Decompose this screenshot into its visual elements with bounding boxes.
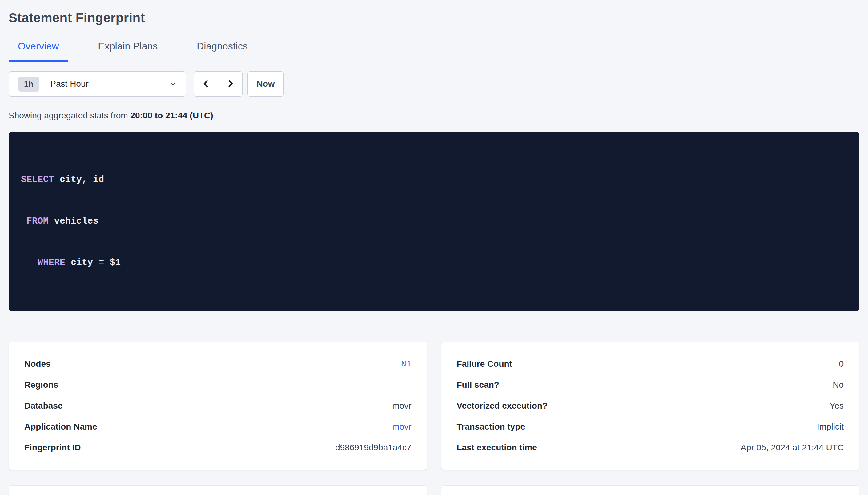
table-row: Database movr (24, 395, 411, 416)
application-name-link[interactable]: movr (392, 422, 411, 432)
time-range-badge: 1h (18, 76, 39, 91)
table-row: Full scan? No (457, 374, 844, 395)
row-label-failure-count: Failure Count (457, 359, 512, 369)
sql-keyword: FROM (27, 216, 49, 226)
sql-keyword: WHERE (37, 257, 65, 268)
failure-count-value: 0 (839, 359, 844, 369)
sql-indent (21, 216, 27, 226)
sql-keyword: SELECT (21, 174, 54, 185)
stats-cards-row: Statement Time 454.1 µs Execution: 373.4… (9, 485, 859, 495)
table-row: Transaction type Implicit (457, 416, 844, 437)
full-scan-value: No (833, 380, 844, 390)
nodes-link[interactable]: N1 (401, 359, 411, 369)
table-row: Failure Count 0 (457, 354, 844, 374)
tab-explain-plans-label: Explain Plans (98, 40, 158, 52)
page-title: Statement Fingerprint (9, 11, 859, 25)
tab-diagnostics[interactable]: Diagnostics (187, 40, 257, 61)
fingerprint-id-value: d986919d9ba1a4c7 (335, 443, 411, 453)
time-nav-button-group (194, 71, 243, 97)
row-label-fingerprint-id: Fingerprint ID (24, 443, 81, 453)
table-row: Nodes N1 (24, 354, 411, 374)
row-label-last-execution-time: Last execution time (457, 443, 537, 453)
now-button[interactable]: Now (247, 71, 284, 97)
transaction-type-value: Implicit (817, 422, 844, 432)
time-range-label: Past Hour (50, 79, 89, 89)
execution-attributes-card: Failure Count 0 Full scan? No Vectorized… (441, 342, 860, 470)
table-row: Application Name movr (24, 416, 411, 437)
row-label-regions: Regions (24, 380, 58, 390)
database-value: movr (392, 401, 411, 411)
row-label-application-name: Application Name (24, 422, 97, 432)
row-label-database: Database (24, 401, 63, 411)
statement-fingerprint-page: Statement Fingerprint Overview Explain P… (0, 11, 868, 495)
vectorized-execution-value: Yes (830, 401, 844, 411)
sql-text: city, id (54, 174, 104, 185)
caption-prefix: Showing aggregated stats from (9, 111, 130, 120)
wait-time-stats-card: Contention Time 24.7 µs SQL CPU Time 16.… (441, 485, 860, 495)
table-row: Vectorized execution? Yes (457, 395, 844, 416)
previous-interval-button[interactable] (194, 72, 218, 96)
row-label-transaction-type: Transaction type (457, 422, 525, 432)
next-interval-button[interactable] (218, 72, 242, 96)
table-row: Last execution time Apr 05, 2024 at 21:4… (457, 437, 844, 458)
details-cards-row: Nodes N1 Regions Database movr Applicati… (9, 342, 859, 470)
chevron-left-icon (201, 79, 211, 90)
aggregated-stats-caption: Showing aggregated stats from 20:00 to 2… (9, 111, 859, 121)
tab-diagnostics-label: Diagnostics (197, 40, 247, 52)
table-row: Regions (24, 374, 411, 395)
caption-time-range: 20:00 to 21:44 (UTC) (130, 111, 213, 120)
tab-explain-plans[interactable]: Explain Plans (89, 40, 167, 61)
time-range-dropdown[interactable]: 1h Past Hour (9, 71, 186, 97)
sql-line: FROM vehicles (21, 214, 847, 228)
time-controls: 1h Past Hour (9, 71, 859, 97)
tab-overview-label: Overview (18, 40, 59, 52)
sql-statement-box: SELECT city, id FROM vehicles WHERE city… (9, 132, 859, 311)
table-row: Fingerprint ID d986919d9ba1a4c7 (24, 437, 411, 458)
chevron-down-icon (168, 79, 178, 88)
tab-bar: Overview Explain Plans Diagnostics (0, 40, 868, 62)
chevron-right-icon (225, 79, 235, 90)
last-execution-time-value: Apr 05, 2024 at 21:44 UTC (740, 443, 844, 453)
sql-line: SELECT city, id (21, 173, 847, 187)
sql-text: city = $1 (65, 257, 121, 268)
statement-stats-card: Statement Time 454.1 µs Execution: 373.4… (9, 485, 427, 495)
statement-details-card: Nodes N1 Regions Database movr Applicati… (9, 342, 427, 470)
sql-line: WHERE city = $1 (21, 256, 847, 270)
row-label-nodes: Nodes (24, 359, 51, 369)
sql-indent (21, 257, 37, 268)
sql-text: vehicles (49, 216, 98, 226)
tab-overview[interactable]: Overview (9, 40, 68, 61)
row-label-vectorized-execution: Vectorized execution? (457, 401, 548, 411)
row-label-full-scan: Full scan? (457, 380, 499, 390)
